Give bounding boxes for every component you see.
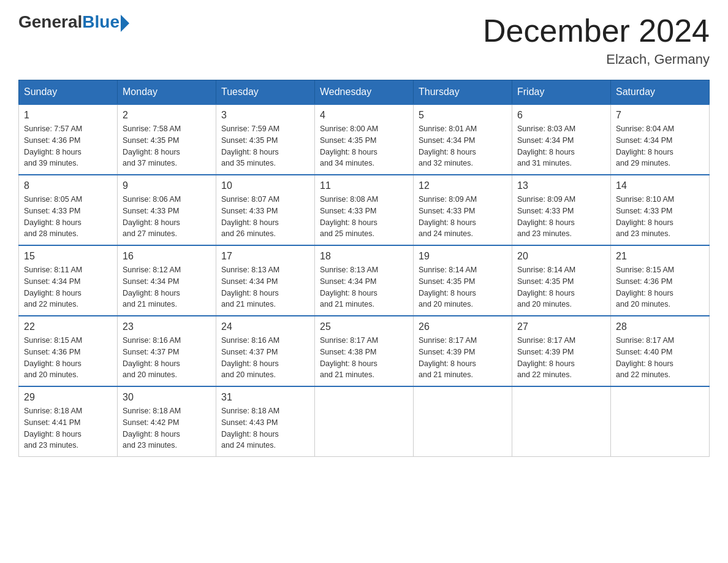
title-section: December 2024 Elzach, Germany: [483, 12, 710, 67]
day-info: Sunrise: 7:58 AM Sunset: 4:35 PM Dayligh…: [123, 123, 211, 169]
location-subtitle: Elzach, Germany: [483, 52, 710, 67]
day-info: Sunrise: 8:15 AM Sunset: 4:36 PM Dayligh…: [24, 335, 112, 381]
calendar-cell: 23 Sunrise: 8:16 AM Sunset: 4:37 PM Dayl…: [118, 316, 216, 386]
day-info: Sunrise: 8:05 AM Sunset: 4:33 PM Dayligh…: [24, 194, 112, 240]
day-info: Sunrise: 8:18 AM Sunset: 4:41 PM Dayligh…: [24, 405, 112, 451]
day-info: Sunrise: 7:59 AM Sunset: 4:35 PM Dayligh…: [221, 123, 309, 169]
calendar-cell: 7 Sunrise: 8:04 AM Sunset: 4:34 PM Dayli…: [611, 104, 710, 175]
day-number: 6: [517, 110, 605, 121]
day-info: Sunrise: 8:16 AM Sunset: 4:37 PM Dayligh…: [221, 335, 309, 381]
day-info: Sunrise: 8:12 AM Sunset: 4:34 PM Dayligh…: [123, 264, 211, 310]
weekday-header-wednesday: Wednesday: [315, 80, 414, 105]
calendar-cell: 9 Sunrise: 8:06 AM Sunset: 4:33 PM Dayli…: [118, 175, 216, 245]
calendar-cell: 24 Sunrise: 8:16 AM Sunset: 4:37 PM Dayl…: [216, 316, 315, 386]
day-number: 24: [221, 321, 309, 332]
day-number: 5: [419, 110, 507, 121]
day-number: 29: [24, 392, 112, 403]
weekday-header-sunday: Sunday: [19, 80, 118, 105]
calendar-cell: 27 Sunrise: 8:17 AM Sunset: 4:39 PM Dayl…: [512, 316, 611, 386]
calendar-cell: 22 Sunrise: 8:15 AM Sunset: 4:36 PM Dayl…: [19, 316, 118, 386]
day-number: 7: [616, 110, 704, 121]
calendar-cell: 20 Sunrise: 8:14 AM Sunset: 4:35 PM Dayl…: [512, 245, 611, 316]
calendar-cell: 16 Sunrise: 8:12 AM Sunset: 4:34 PM Dayl…: [118, 245, 216, 316]
day-info: Sunrise: 8:04 AM Sunset: 4:34 PM Dayligh…: [616, 123, 704, 169]
day-number: 10: [221, 180, 309, 191]
day-info: Sunrise: 8:10 AM Sunset: 4:33 PM Dayligh…: [616, 194, 704, 240]
day-number: 19: [419, 251, 507, 262]
day-info: Sunrise: 8:14 AM Sunset: 4:35 PM Dayligh…: [419, 264, 507, 310]
page-header: General Blue December 2024 Elzach, Germa…: [18, 12, 710, 67]
calendar-cell: 14 Sunrise: 8:10 AM Sunset: 4:33 PM Dayl…: [611, 175, 710, 245]
day-info: Sunrise: 7:57 AM Sunset: 4:36 PM Dayligh…: [24, 123, 112, 169]
day-info: Sunrise: 8:15 AM Sunset: 4:36 PM Dayligh…: [616, 264, 704, 310]
calendar-cell: 28 Sunrise: 8:17 AM Sunset: 4:40 PM Dayl…: [611, 316, 710, 386]
calendar-cell: [611, 386, 710, 457]
calendar-cell: 25 Sunrise: 8:17 AM Sunset: 4:38 PM Dayl…: [315, 316, 414, 386]
day-info: Sunrise: 8:09 AM Sunset: 4:33 PM Dayligh…: [517, 194, 605, 240]
weekday-header-friday: Friday: [512, 80, 611, 105]
weekday-header-saturday: Saturday: [611, 80, 710, 105]
calendar-cell: 30 Sunrise: 8:18 AM Sunset: 4:42 PM Dayl…: [118, 386, 216, 457]
calendar-cell: 19 Sunrise: 8:14 AM Sunset: 4:35 PM Dayl…: [414, 245, 512, 316]
day-number: 8: [24, 180, 112, 191]
calendar-table: SundayMondayTuesdayWednesdayThursdayFrid…: [18, 80, 710, 457]
calendar-cell: 13 Sunrise: 8:09 AM Sunset: 4:33 PM Dayl…: [512, 175, 611, 245]
logo-triangle-icon: [121, 15, 129, 32]
day-info: Sunrise: 8:06 AM Sunset: 4:33 PM Dayligh…: [123, 194, 211, 240]
calendar-cell: 31 Sunrise: 8:18 AM Sunset: 4:43 PM Dayl…: [216, 386, 315, 457]
day-number: 14: [616, 180, 704, 191]
day-info: Sunrise: 8:07 AM Sunset: 4:33 PM Dayligh…: [221, 194, 309, 240]
day-info: Sunrise: 8:16 AM Sunset: 4:37 PM Dayligh…: [123, 335, 211, 381]
calendar-cell: 12 Sunrise: 8:09 AM Sunset: 4:33 PM Dayl…: [414, 175, 512, 245]
calendar-cell: 10 Sunrise: 8:07 AM Sunset: 4:33 PM Dayl…: [216, 175, 315, 245]
day-info: Sunrise: 8:01 AM Sunset: 4:34 PM Dayligh…: [419, 123, 507, 169]
week-row-5: 29 Sunrise: 8:18 AM Sunset: 4:41 PM Dayl…: [19, 386, 710, 457]
day-number: 28: [616, 321, 704, 332]
day-number: 15: [24, 251, 112, 262]
calendar-cell: 17 Sunrise: 8:13 AM Sunset: 4:34 PM Dayl…: [216, 245, 315, 316]
day-number: 26: [419, 321, 507, 332]
day-number: 25: [320, 321, 408, 332]
day-number: 31: [221, 392, 309, 403]
calendar-cell: 5 Sunrise: 8:01 AM Sunset: 4:34 PM Dayli…: [414, 104, 512, 175]
day-number: 11: [320, 180, 408, 191]
day-number: 22: [24, 321, 112, 332]
weekday-header-monday: Monday: [118, 80, 216, 105]
weekday-header-row: SundayMondayTuesdayWednesdayThursdayFrid…: [19, 80, 710, 105]
day-number: 13: [517, 180, 605, 191]
day-info: Sunrise: 8:17 AM Sunset: 4:38 PM Dayligh…: [320, 335, 408, 381]
day-info: Sunrise: 8:17 AM Sunset: 4:40 PM Dayligh…: [616, 335, 704, 381]
weekday-header-tuesday: Tuesday: [216, 80, 315, 105]
day-info: Sunrise: 8:08 AM Sunset: 4:33 PM Dayligh…: [320, 194, 408, 240]
calendar-cell: 15 Sunrise: 8:11 AM Sunset: 4:34 PM Dayl…: [19, 245, 118, 316]
day-number: 3: [221, 110, 309, 121]
week-row-4: 22 Sunrise: 8:15 AM Sunset: 4:36 PM Dayl…: [19, 316, 710, 386]
day-number: 18: [320, 251, 408, 262]
day-info: Sunrise: 8:13 AM Sunset: 4:34 PM Dayligh…: [320, 264, 408, 310]
calendar-cell: 6 Sunrise: 8:03 AM Sunset: 4:34 PM Dayli…: [512, 104, 611, 175]
day-number: 30: [123, 392, 211, 403]
calendar-cell: 18 Sunrise: 8:13 AM Sunset: 4:34 PM Dayl…: [315, 245, 414, 316]
day-info: Sunrise: 8:17 AM Sunset: 4:39 PM Dayligh…: [517, 335, 605, 381]
day-info: Sunrise: 8:00 AM Sunset: 4:35 PM Dayligh…: [320, 123, 408, 169]
calendar-cell: 26 Sunrise: 8:17 AM Sunset: 4:39 PM Dayl…: [414, 316, 512, 386]
day-info: Sunrise: 8:09 AM Sunset: 4:33 PM Dayligh…: [419, 194, 507, 240]
calendar-cell: [315, 386, 414, 457]
logo-blue-text: Blue: [82, 12, 119, 32]
weekday-header-thursday: Thursday: [414, 80, 512, 105]
calendar-cell: 21 Sunrise: 8:15 AM Sunset: 4:36 PM Dayl…: [611, 245, 710, 316]
day-number: 23: [123, 321, 211, 332]
calendar-cell: 8 Sunrise: 8:05 AM Sunset: 4:33 PM Dayli…: [19, 175, 118, 245]
day-number: 17: [221, 251, 309, 262]
calendar-cell: [414, 386, 512, 457]
day-info: Sunrise: 8:18 AM Sunset: 4:43 PM Dayligh…: [221, 405, 309, 451]
week-row-3: 15 Sunrise: 8:11 AM Sunset: 4:34 PM Dayl…: [19, 245, 710, 316]
day-number: 12: [419, 180, 507, 191]
week-row-1: 1 Sunrise: 7:57 AM Sunset: 4:36 PM Dayli…: [19, 104, 710, 175]
day-number: 2: [123, 110, 211, 121]
logo: General Blue: [18, 12, 129, 32]
day-info: Sunrise: 8:03 AM Sunset: 4:34 PM Dayligh…: [517, 123, 605, 169]
calendar-cell: 29 Sunrise: 8:18 AM Sunset: 4:41 PM Dayl…: [19, 386, 118, 457]
day-info: Sunrise: 8:13 AM Sunset: 4:34 PM Dayligh…: [221, 264, 309, 310]
calendar-cell: 11 Sunrise: 8:08 AM Sunset: 4:33 PM Dayl…: [315, 175, 414, 245]
